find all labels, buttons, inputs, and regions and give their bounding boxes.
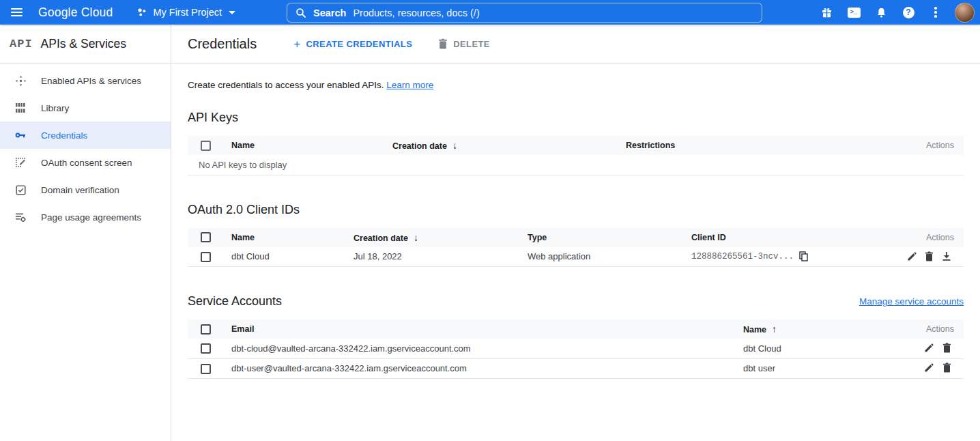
bell-icon[interactable]: [870, 1, 892, 23]
column-header-actions: Actions: [906, 319, 964, 339]
sidebar-item-label: Enabled APIs & services: [41, 76, 141, 86]
select-all-checkbox[interactable]: [201, 232, 211, 242]
name-cell: dbt Cloud: [743, 339, 906, 358]
column-header-client-id[interactable]: Client ID: [691, 228, 893, 247]
trash-icon[interactable]: [939, 362, 954, 374]
download-icon[interactable]: [939, 250, 954, 262]
delete-button[interactable]: DELETE: [431, 34, 497, 53]
select-all-checkbox[interactable]: [201, 324, 211, 335]
empty-state-row: No API keys to display: [188, 155, 964, 175]
manage-service-accounts-link[interactable]: Manage service accounts: [859, 296, 964, 307]
trash-icon[interactable]: [939, 342, 954, 354]
enabled-apis-icon: [14, 74, 27, 87]
sidebar-item-enabled-apis[interactable]: Enabled APIs & services: [0, 67, 171, 94]
cloud-shell-glyph: >_: [848, 8, 861, 18]
edit-icon[interactable]: [904, 251, 919, 263]
avatar[interactable]: [955, 3, 975, 23]
sidebar-item-domain-verification[interactable]: Domain verification: [0, 176, 171, 203]
column-header-actions: Actions: [906, 136, 964, 155]
trash-icon: [438, 38, 448, 49]
google-cloud-logo[interactable]: Google Cloud: [38, 5, 113, 20]
edit-icon[interactable]: [921, 362, 936, 374]
page-title: Credentials: [188, 36, 257, 52]
column-header-type[interactable]: Type: [528, 228, 691, 247]
row-actions: [893, 247, 964, 267]
select-all-checkbox[interactable]: [201, 141, 211, 151]
top-app-bar: Google Cloud My First Project Search Pro…: [0, 0, 980, 25]
sidebar-item-label: Domain verification: [41, 185, 119, 195]
sidebar: API APIs & Services Enabled APIs & servi…: [0, 25, 171, 441]
column-header-name[interactable]: Name↑: [743, 319, 906, 339]
table-header-row: Name Creation date↓ Type Client ID Actio…: [188, 228, 964, 247]
create-credentials-label: CREATE CREDENTIALS: [306, 39, 413, 49]
sidebar-item-page-usage[interactable]: Page usage agreements: [0, 203, 171, 231]
email-cell: dbt-cloud@vaulted-arcana-332422.iam.gser…: [231, 339, 743, 358]
sidebar-item-label: OAuth consent screen: [41, 158, 132, 168]
page-header: Credentials + CREATE CREDENTIALS DELETE: [171, 25, 980, 63]
creation-date-cell: Jul 18, 2022: [354, 247, 528, 267]
column-header-creation-date[interactable]: Creation date↓: [354, 228, 528, 247]
trash-icon[interactable]: [921, 250, 936, 262]
logo-cloud-text: Cloud: [81, 5, 113, 19]
column-header-restrictions[interactable]: Restrictions: [626, 136, 906, 155]
row-actions: [906, 358, 964, 378]
intro-text: Create credentials to access your enable…: [188, 80, 964, 90]
table-header-row: Email Name↑ Actions: [188, 319, 964, 339]
more-vert-icon[interactable]: [925, 1, 947, 23]
table-row: dbt-user@vaulted-arcana-332422.iam.gserv…: [188, 358, 964, 378]
search-input[interactable]: Search Products, resources, docs (/): [287, 3, 762, 23]
copy-icon[interactable]: [799, 251, 808, 261]
sidebar-header: API APIs & Services: [0, 25, 171, 63]
column-header-email[interactable]: Email: [231, 319, 743, 339]
learn-more-link[interactable]: Learn more: [386, 80, 433, 90]
sidebar-nav: Enabled APIs & services Library Credenti…: [0, 63, 171, 231]
service-accounts-table: Email Name↑ Actions dbt-cloud@vaulted-ar…: [188, 319, 964, 379]
search-icon: [296, 8, 306, 18]
create-credentials-button[interactable]: + CREATE CREDENTIALS: [287, 34, 419, 54]
sidebar-item-oauth-consent[interactable]: OAuth consent screen: [0, 149, 171, 176]
cloud-shell-icon[interactable]: >_: [843, 1, 865, 23]
edit-icon[interactable]: [921, 342, 936, 354]
sidebar-item-label: Page usage agreements: [41, 212, 141, 223]
plus-icon: +: [293, 38, 300, 50]
client-id-value: 128886265561-3ncv...: [691, 252, 794, 261]
type-cell: Web application: [528, 247, 691, 267]
sort-asc-icon: ↑: [772, 324, 777, 335]
row-actions: [906, 339, 964, 358]
search-placeholder: Products, resources, docs (/): [353, 8, 479, 18]
page-usage-icon: [14, 211, 27, 223]
logo-google-text: Google: [38, 5, 78, 19]
oauth-clients-table: Name Creation date↓ Type Client ID Actio…: [188, 228, 964, 268]
row-checkbox[interactable]: [201, 252, 211, 262]
name-cell: dbt user: [743, 358, 906, 378]
domain-verification-icon: [14, 184, 27, 196]
sidebar-item-label: Library: [41, 103, 69, 113]
row-checkbox[interactable]: [201, 364, 211, 374]
api-keys-title: API Keys: [188, 111, 964, 125]
sidebar-item-library[interactable]: Library: [0, 94, 171, 122]
project-picker[interactable]: My First Project: [136, 6, 235, 18]
intro-sentence: Create credentials to access your enable…: [188, 80, 384, 90]
column-header-name[interactable]: Name: [231, 136, 392, 155]
column-header-name[interactable]: Name: [231, 228, 354, 247]
empty-message: No API keys to display: [199, 160, 287, 170]
sidebar-title: APIs & Services: [41, 37, 126, 51]
sidebar-item-credentials[interactable]: Credentials: [0, 122, 171, 149]
row-checkbox[interactable]: [201, 343, 211, 354]
column-header-actions: Actions: [893, 228, 964, 247]
chevron-down-icon: [229, 11, 235, 14]
key-icon: [14, 129, 27, 141]
delete-label: DELETE: [453, 39, 490, 49]
search-label: Search: [313, 8, 346, 18]
library-icon: [14, 102, 27, 114]
project-name: My First Project: [153, 7, 222, 18]
gift-icon[interactable]: [816, 1, 837, 23]
help-glyph: ?: [903, 7, 914, 18]
column-header-creation-date[interactable]: Creation date↓: [392, 136, 626, 155]
email-cell: dbt-user@vaulted-arcana-332422.iam.gserv…: [231, 358, 743, 378]
help-icon[interactable]: ?: [897, 1, 919, 23]
hamburger-menu-button[interactable]: [0, 0, 33, 25]
table-row: dbt-cloud@vaulted-arcana-332422.iam.gser…: [188, 339, 964, 358]
oauth-clients-title: OAuth 2.0 Client IDs: [188, 203, 964, 217]
sidebar-item-label: Credentials: [41, 130, 87, 141]
